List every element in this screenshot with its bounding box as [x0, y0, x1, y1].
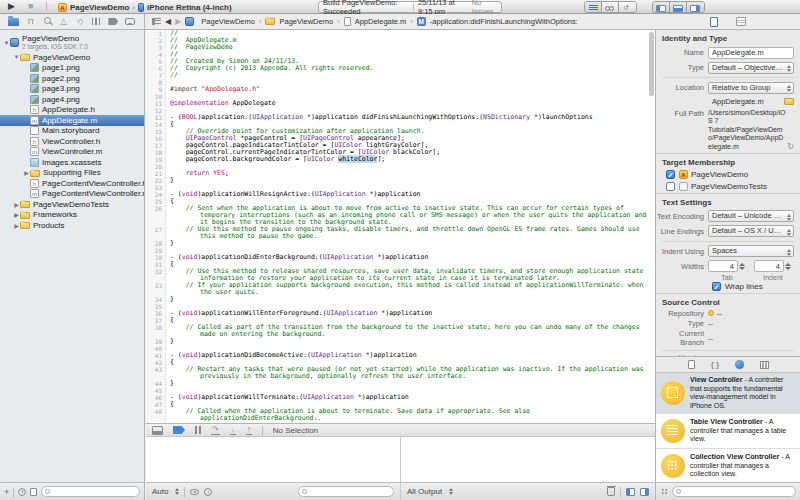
code-text[interactable]: //	[166, 72, 655, 79]
navigator-item-supporting-files[interactable]: ▶Supporting Files	[0, 168, 144, 179]
related-items-icon[interactable]	[152, 18, 161, 25]
code-line-36[interactable]: 36- (void)applicationWillEnterForeground…	[146, 310, 655, 317]
console-pane-toggle[interactable]	[640, 488, 649, 496]
stop-button[interactable]: ■	[28, 1, 33, 11]
code-text[interactable]: - (void)applicationDidEnterBackground:(U…	[166, 254, 655, 261]
code-text[interactable]: // PageViewDemo	[166, 44, 655, 51]
code-text[interactable]: // Sent when the application is about to…	[166, 205, 655, 226]
type-dropdown[interactable]: Default – Objective-C So…	[708, 62, 794, 74]
indent-dropdown[interactable]: Spaces	[708, 245, 794, 257]
scrollbar-thumb[interactable]	[649, 32, 654, 96]
code-line-21[interactable]: 21 return YES;	[146, 170, 655, 177]
step-over-button[interactable]: ↷	[211, 426, 220, 435]
library-item-view-controller[interactable]: View Controller - A controller that supp…	[656, 373, 800, 414]
variables-scope-dropdown[interactable]: Auto	[152, 487, 168, 496]
selected-token[interactable]: whiteColor	[338, 155, 377, 163]
code-text[interactable]: pageControl.backgroundColor = [UIColor w…	[166, 156, 655, 163]
tab-width-stepper[interactable]: 4	[708, 260, 746, 272]
target-checkbox[interactable]	[666, 182, 675, 191]
navigator-item-pageviewdemotests[interactable]: ▶PageViewDemoTests	[0, 199, 144, 210]
code-line-44[interactable]: 44}	[146, 380, 655, 387]
file-inspector-tab[interactable]	[710, 17, 718, 27]
source-editor[interactable]: 1//2// AppDelegate.m3// PageViewDemo4//5…	[146, 30, 655, 423]
code-line-7[interactable]: 7//	[146, 72, 655, 79]
code-line-9[interactable]: 9#import "AppDelegate.h"	[146, 86, 655, 93]
disclosure-triangle-icon[interactable]: ▶	[23, 169, 30, 176]
step-out-button[interactable]: ↑	[246, 426, 252, 435]
disclosure-triangle-icon[interactable]: ▼	[13, 54, 20, 60]
reveal-path-icon[interactable]: ↻	[787, 143, 794, 152]
navigator-item-appdelegate-h[interactable]: hAppDelegate.h	[0, 105, 144, 116]
scheme-project-label[interactable]: PageViewDemo	[70, 3, 129, 12]
navigator-item-main-storyboard[interactable]: Main.storyboard	[0, 126, 144, 137]
navigator-item-page3-png[interactable]: page3.png	[0, 84, 144, 95]
code-text[interactable]: //	[166, 30, 655, 37]
navigator-item-images-xcassets[interactable]: Images.xcassets	[0, 157, 144, 168]
navigator-item-pagecontentviewcontroller-h[interactable]: hPageContentViewController.h	[0, 178, 144, 189]
code-line-28[interactable]: 28}	[146, 240, 655, 247]
location-dropdown[interactable]: Relative to Group	[708, 82, 794, 94]
search-navigator-tab[interactable]	[41, 16, 53, 27]
code-line-22[interactable]: 22}	[146, 177, 655, 184]
code-text[interactable]	[166, 163, 655, 170]
code-line-32[interactable]: 32 // Use this method to release shared …	[146, 268, 655, 282]
code-text[interactable]: }	[166, 380, 655, 387]
code-line-39[interactable]: 39}	[146, 338, 655, 345]
code-snippet-library-tab[interactable]: { }	[711, 360, 719, 369]
wrap-lines-checkbox[interactable]: ✓	[712, 282, 721, 291]
library-item-collection-view-controller[interactable]: Collection View Controller - A controlle…	[656, 449, 800, 482]
scm-status-icon[interactable]	[30, 488, 37, 496]
code-text[interactable]: }	[166, 240, 655, 247]
library-item-table-view-controller[interactable]: Table View Controller - A controller tha…	[656, 414, 800, 449]
clear-console-button[interactable]	[607, 487, 615, 496]
jumpbar-crumb-method[interactable]: -application:didFinishLaunchingWithOptio…	[430, 17, 578, 26]
code-line-34[interactable]: 34}	[146, 296, 655, 303]
code-text[interactable]: - (void)applicationWillTerminate:(UIAppl…	[166, 394, 655, 401]
breakpoints-toggle-button[interactable]	[173, 426, 185, 434]
code-line-43[interactable]: 43 // Restart any tasks that were paused…	[146, 366, 655, 380]
standard-editor-button[interactable]	[585, 2, 602, 12]
navigator-item-pageviewdemo[interactable]: ▼PageViewDemo2 targets, iOS SDK 7.0	[0, 33, 144, 52]
forward-button[interactable]: ▶	[175, 17, 181, 26]
grid-view-toggle-icon[interactable]	[661, 488, 668, 495]
code-line-41[interactable]: 41- (void)applicationDidBecomeActive:(UI…	[146, 352, 655, 359]
navigator-item-viewcontroller-m[interactable]: mViewController.m	[0, 147, 144, 158]
step-into-button[interactable]: ↓	[230, 426, 236, 435]
navigator-item-pagecontentviewcontroller-m[interactable]: mPageContentViewController.m	[0, 189, 144, 200]
navigator-item-page1-png[interactable]: page1.png	[0, 63, 144, 74]
code-line-27[interactable]: 27 // Use this method to pause ongoing t…	[146, 226, 655, 240]
code-text[interactable]: // Called as part of the transition from…	[166, 324, 655, 338]
editor-scrollbar[interactable]	[649, 32, 654, 420]
code-line-6[interactable]: 6// Copyright (c) 2013 Appcoda. All righ…	[146, 65, 655, 72]
project-navigator-tab[interactable]	[8, 16, 20, 27]
code-text[interactable]: - (BOOL)application:(UIApplication *)app…	[166, 114, 655, 121]
code-text[interactable]: // Use this method to pause ongoing task…	[166, 226, 655, 240]
code-line-46[interactable]: 46- (void)applicationWillTerminate:(UIAp…	[146, 394, 655, 401]
navigator-item-frameworks[interactable]: ▶Frameworks	[0, 210, 144, 221]
hide-debug-area-button[interactable]	[152, 426, 163, 435]
navigator-item-page4-png[interactable]: page4.png	[0, 94, 144, 105]
navigator-item-pageviewdemo[interactable]: ▼PageViewDemo	[0, 52, 144, 63]
code-text[interactable]: }	[166, 296, 655, 303]
debug-area-divider[interactable]	[400, 437, 401, 482]
pause-button[interactable]	[195, 426, 201, 434]
code-text[interactable]: // Copyright (c) 2013 Appcoda. All right…	[166, 65, 655, 72]
jumpbar-crumb-project[interactable]: PageViewDemo	[201, 17, 255, 26]
lineendings-dropdown[interactable]: Default – OS X / Unix (LF)	[708, 225, 794, 237]
navigator-item-appdelegate-m[interactable]: mAppDelegate.m	[0, 115, 144, 126]
library-search-field[interactable]	[672, 486, 796, 497]
debug-navigator-tab[interactable]	[91, 16, 103, 27]
console-scope-dropdown[interactable]: All Output	[407, 487, 442, 496]
code-line-24[interactable]: 24- (void)applicationWillResignActive:(U…	[146, 191, 655, 198]
toggle-utilities-button[interactable]	[687, 2, 704, 12]
code-text[interactable]: #import "AppDelegate.h"	[166, 86, 655, 93]
code-line-48[interactable]: 48 // Called when the application is abo…	[146, 408, 655, 422]
code-line-30[interactable]: 30- (void)applicationDidEnterBackground:…	[146, 254, 655, 261]
disclosure-triangle-icon[interactable]: ▶	[13, 222, 20, 229]
test-navigator-tab[interactable]: ◇	[74, 16, 86, 27]
code-line-13[interactable]: 13- (BOOL)application:(UIApplication *)a…	[146, 114, 655, 121]
scheme-picker[interactable]: A PageViewDemo › iPhone Retina (4-inch)	[58, 0, 232, 14]
jumpbar-crumb-group[interactable]: PageViewDemo	[279, 17, 333, 26]
disclosure-triangle-icon[interactable]: ▼	[3, 40, 10, 46]
code-text[interactable]: // If your application supports backgrou…	[166, 282, 655, 296]
